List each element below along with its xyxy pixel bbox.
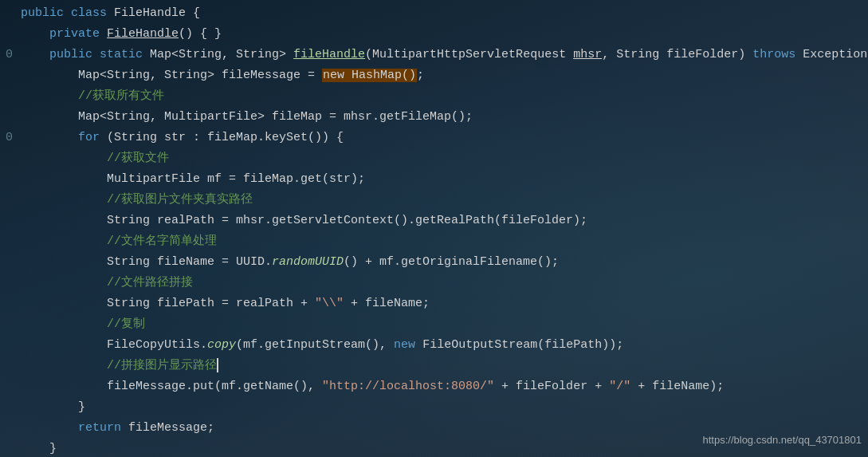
line-content: for (String str : fileMap.keySet()) { (19, 128, 868, 148)
code-line: FileCopyUtils.copy(mf.getInputStream(), … (0, 335, 868, 356)
plain-text: + fileName; (344, 297, 430, 310)
plain-text (21, 131, 78, 144)
plain-text: String filePath = realPath + (21, 297, 315, 310)
line-content: //拼接图片显示路径 (19, 356, 868, 376)
line-content: MultipartFile mf = fileMap.get(str); (19, 169, 868, 190)
plain-text: () { } (179, 27, 222, 41)
line-content: fileMessage.put(mf.getName(), "http://lo… (19, 376, 868, 397)
method-name-italic: copy (207, 338, 236, 352)
line-content: Map<String, MultipartFile> fileMap = mhs… (19, 107, 868, 128)
watermark: https://blog.csdn.net/qq_43701801 (703, 430, 862, 451)
line-content: //复制 (19, 314, 868, 335)
line-content: Map<String, String> fileMessage = new Ha… (19, 65, 868, 86)
line-number: 0 (0, 45, 19, 65)
plain-text: Map<String, MultipartFile> fileMap = mhs… (21, 110, 473, 124)
plain-text: Exception { (795, 48, 868, 61)
line-content: FileCopyUtils.copy(mf.getInputStream(), … (19, 335, 868, 356)
plain-text (21, 27, 49, 41)
comment: //复制 (107, 317, 145, 331)
code-line: //复制 (0, 314, 868, 335)
string-literal: "http://localhost:8080/" (322, 380, 494, 393)
line-content: //获取图片文件夹真实路径 (19, 190, 868, 211)
plain-text: Map<String, String> (143, 48, 293, 61)
plain-text: + fileName); (630, 380, 724, 393)
plain-text: (mf.getInputStream(), (236, 338, 394, 352)
plain-text: String realPath = mhsr.getServletContext… (21, 214, 587, 227)
comment: //获取文件 (107, 152, 169, 165)
code-line: private FileHandle() { } (0, 24, 868, 45)
comment: //获取所有文件 (78, 89, 164, 103)
plain-text: () + mf.getOriginalFilename(); (344, 255, 559, 269)
plain-text: (MultipartHttpServletRequest (365, 48, 573, 61)
keyword: for (78, 131, 100, 144)
comment: //文件路径拼接 (107, 276, 193, 290)
line-content: private FileHandle() { } (19, 24, 868, 45)
plain-text: } (21, 442, 57, 455)
code-line: //文件名字简单处理 (0, 231, 868, 252)
code-line: MultipartFile mf = fileMap.get(str); (0, 169, 868, 190)
code-line: Map<String, String> fileMessage = new Ha… (0, 65, 868, 86)
code-line: Map<String, MultipartFile> fileMap = mhs… (0, 107, 868, 128)
line-content: //获取所有文件 (19, 86, 868, 107)
plain-text: , String fileFolder) (602, 48, 752, 61)
plain-text: } (21, 400, 85, 414)
plain-text (21, 359, 107, 372)
line-content: public static Map<String, String> fileHa… (19, 45, 868, 65)
code-lines: public class FileHandle { private FileHa… (0, 3, 868, 457)
line-content: //文件路径拼接 (19, 273, 868, 294)
plain-text (21, 421, 78, 435)
code-line: fileMessage.put(mf.getName(), "http://lo… (0, 376, 868, 397)
method-name-italic: randomUUID (272, 255, 344, 269)
plain-text (21, 276, 107, 290)
string-literal: "/" (609, 380, 630, 393)
code-editor: public class FileHandle { private FileHa… (0, 0, 868, 457)
line-content: //获取文件 (19, 148, 868, 169)
plain-text: Map<String, String> fileMessage = (21, 69, 322, 82)
code-line: String realPath = mhsr.getServletContext… (0, 211, 868, 231)
plain-text: fileMessage.put(mf.getName(), (21, 380, 322, 393)
line-content: String fileName = UUID.randomUUID() + mf… (19, 252, 868, 273)
plain-text (21, 152, 107, 165)
comment: //获取图片文件夹真实路径 (107, 193, 253, 207)
method-name: fileHandle (293, 48, 365, 61)
plain-text (21, 317, 107, 331)
comment: //拼接图片显示路径 (107, 359, 217, 372)
code-line: public class FileHandle { (0, 3, 868, 24)
plain-text: FileHandle { (107, 6, 200, 20)
code-line: //拼接图片显示路径 (0, 356, 868, 376)
code-line: //获取所有文件 (0, 86, 868, 107)
plain-text (21, 89, 78, 103)
line-content: public class FileHandle { (19, 3, 868, 24)
underline-text: mhsr (573, 48, 602, 61)
line-content: String filePath = realPath + "\\" + file… (19, 294, 868, 314)
code-line: //获取图片文件夹真实路径 (0, 190, 868, 211)
plain-text (21, 48, 49, 61)
plain-text: MultipartFile mf = fileMap.get(str); (21, 172, 365, 186)
code-line: 0 for (String str : fileMap.keySet()) { (0, 128, 868, 148)
keyword: public class (21, 6, 107, 20)
plain-text: String fileName = UUID. (21, 255, 272, 269)
code-line: String fileName = UUID.randomUUID() + mf… (0, 252, 868, 273)
code-line: //文件路径拼接 (0, 273, 868, 294)
keyword: private (49, 27, 100, 41)
keyword: public static (49, 48, 143, 61)
line-content: } (19, 397, 868, 418)
plain-text (100, 27, 107, 41)
code-line: String filePath = realPath + "\\" + file… (0, 294, 868, 314)
plain-text: ; (417, 69, 424, 82)
plain-text: FileCopyUtils. (21, 338, 207, 352)
code-line: //获取文件 (0, 148, 868, 169)
line-content: //文件名字简单处理 (19, 231, 868, 252)
plain-text: (String str : fileMap.keySet()) { (100, 131, 344, 144)
keyword: throws (752, 48, 795, 61)
comment: //文件名字简单处理 (107, 234, 217, 248)
keyword: new (394, 338, 415, 352)
plain-text: FileOutputStream(filePath)); (415, 338, 623, 352)
plain-text (21, 234, 107, 248)
code-line: 0 public static Map<String, String> file… (0, 45, 868, 65)
string-literal: "\\" (315, 297, 344, 310)
line-content: String realPath = mhsr.getServletContext… (19, 211, 868, 231)
code-line: } (0, 397, 868, 418)
plain-text (21, 193, 107, 207)
underline-text: FileHandle (107, 27, 179, 41)
